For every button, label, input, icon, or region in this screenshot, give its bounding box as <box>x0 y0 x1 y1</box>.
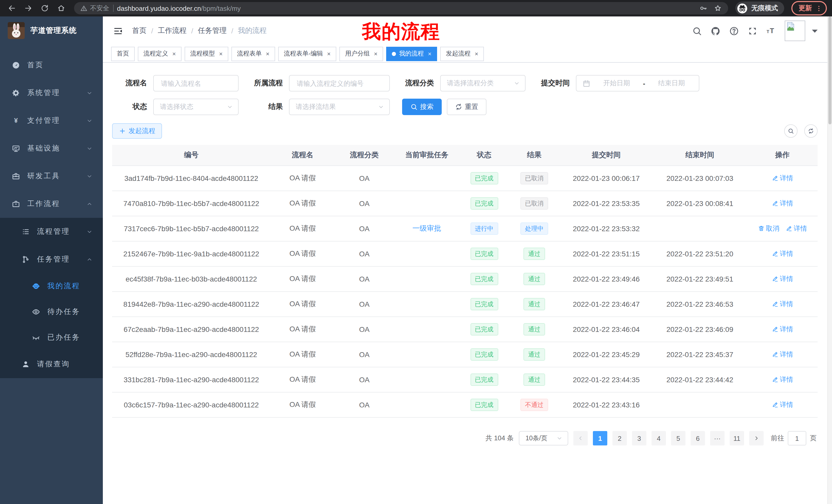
page-number-button[interactable]: 3 <box>632 431 646 445</box>
detail-action-link[interactable]: 详情 <box>772 274 793 284</box>
sidebar-item[interactable]: 请假查询 <box>0 351 103 378</box>
current-task-link[interactable]: 一级审批 <box>412 224 441 232</box>
detail-action-link[interactable]: 详情 <box>772 400 793 410</box>
detail-action-link[interactable]: 详情 <box>772 174 793 183</box>
tab-close-icon[interactable]: × <box>374 50 378 57</box>
process-name-input[interactable] <box>160 79 232 88</box>
top-navbar: 首页 / 工作流程 / 任务管理 / 我的流程 我的流程 TT <box>103 17 828 45</box>
avatar-caret-icon[interactable] <box>810 26 820 36</box>
sidebar-collapse-icon[interactable] <box>111 26 125 36</box>
detail-action-link[interactable]: 详情 <box>772 300 793 309</box>
page-size-select[interactable]: 10条/页 <box>519 431 568 445</box>
page-number-button[interactable]: 2 <box>613 431 627 445</box>
search-icon[interactable] <box>692 26 702 36</box>
forward-icon[interactable] <box>22 4 35 12</box>
sidebar-item[interactable]: 研发工具 <box>0 162 103 190</box>
reset-button[interactable]: 重置 <box>447 99 487 115</box>
home-icon[interactable] <box>54 4 68 12</box>
next-page-button[interactable] <box>749 431 763 445</box>
detail-action-link[interactable]: 详情 <box>772 199 793 208</box>
page-number-button[interactable]: 5 <box>671 431 685 445</box>
user-avatar[interactable] <box>785 21 820 41</box>
tab-close-icon[interactable]: × <box>266 50 269 57</box>
page-ellipsis-button[interactable]: ··· <box>710 431 725 445</box>
star-icon[interactable] <box>714 4 722 12</box>
goto-label: 前往 <box>771 433 784 443</box>
search-button[interactable]: 搜索 <box>402 99 442 115</box>
process-name-input-wrap <box>153 75 239 91</box>
back-icon[interactable] <box>5 4 19 12</box>
page-scrollbar[interactable] <box>827 17 832 504</box>
tab[interactable]: 流程模型 × <box>185 47 228 61</box>
sidebar-item[interactable]: 我的流程 <box>0 273 103 299</box>
sidebar-item[interactable]: 任务管理 <box>0 246 103 273</box>
result-select[interactable]: 请选择流结果 <box>289 99 390 115</box>
sidebar-item[interactable]: 系统管理 <box>0 79 103 107</box>
show-search-toggle-button[interactable] <box>784 124 798 138</box>
help-icon[interactable] <box>729 26 739 36</box>
status-select[interactable]: 请选择状态 <box>153 99 239 115</box>
breadcrumb-workflow[interactable]: 工作流程 <box>158 26 187 35</box>
address-bar[interactable]: 不安全 dashboard.yudao.iocoder.cn/bpm/task/… <box>74 2 728 15</box>
incognito-icon <box>737 3 748 13</box>
end-date-placeholder[interactable]: 结束日期 <box>650 79 693 88</box>
result-badge: 通过 <box>523 348 545 361</box>
table-row: ec45f38f-7b9a-11ec-b03b-acde48001122 OA … <box>112 267 817 291</box>
prev-page-button[interactable] <box>573 431 588 445</box>
github-icon[interactable] <box>711 26 721 36</box>
edit-icon <box>772 175 778 181</box>
menu-dots-icon[interactable] <box>815 4 823 12</box>
sidebar-item[interactable]: 基础设施 <box>0 135 103 162</box>
page-number-button[interactable]: 11 <box>730 431 744 445</box>
page-number-button[interactable]: 6 <box>691 431 705 445</box>
create-process-button[interactable]: 发起流程 <box>112 123 162 139</box>
table-row: 2152467e-7b9b-11ec-9a1b-acde48001122 OA … <box>112 241 817 267</box>
avatar-broken-image[interactable] <box>785 21 805 41</box>
start-date-placeholder[interactable]: 开始日期 <box>595 79 638 88</box>
detail-action-link[interactable]: 详情 <box>772 249 793 258</box>
key-icon[interactable] <box>699 4 707 12</box>
detail-action-link[interactable]: 详情 <box>772 325 793 334</box>
date-range-picker[interactable]: 开始日期 - 结束日期 <box>576 75 699 91</box>
tab-close-icon[interactable]: × <box>475 50 478 57</box>
sidebar-item[interactable]: 工作流程 <box>0 190 103 218</box>
sidebar-item[interactable]: 已办任务 <box>0 325 103 351</box>
cancel-action-link[interactable]: 取消 <box>758 224 779 233</box>
sidebar-item[interactable]: 首页 <box>0 51 103 79</box>
tab[interactable]: 用户分组 × <box>339 47 383 61</box>
detail-action-link[interactable]: 详情 <box>785 224 807 233</box>
scrollbar-thumb[interactable] <box>828 17 831 124</box>
sidebar-item[interactable]: 待办任务 <box>0 299 103 325</box>
font-size-icon[interactable]: TT <box>766 26 776 36</box>
security-indicator[interactable]: 不安全 <box>80 4 109 12</box>
tab-close-icon[interactable]: × <box>428 50 432 57</box>
page-number-button[interactable]: 4 <box>651 431 666 445</box>
update-button[interactable]: 更新 <box>791 1 827 16</box>
process-key-input[interactable] <box>296 79 383 88</box>
detail-action-link[interactable]: 详情 <box>772 350 793 359</box>
category-select[interactable]: 请选择流程分类 <box>440 75 525 91</box>
tab[interactable]: 首页 <box>111 47 135 61</box>
fullscreen-icon[interactable] <box>748 26 757 36</box>
reload-icon[interactable] <box>38 4 51 12</box>
detail-action-link[interactable]: 详情 <box>772 375 793 384</box>
tab[interactable]: 流程定义 × <box>138 47 182 61</box>
category-placeholder: 请选择流程分类 <box>447 79 494 88</box>
page-number-button[interactable]: 1 <box>593 431 607 445</box>
filter-row-1: 流程名 所属流程 流程分类 请选择流程分类 提交时间 开始日期 - <box>112 75 817 91</box>
col-submit-time: 提交时间 <box>560 145 653 166</box>
sidebar-item[interactable]: 流程管理 <box>0 218 103 246</box>
tab-close-icon[interactable]: × <box>327 50 331 57</box>
tab-close-icon[interactable]: × <box>219 50 223 57</box>
breadcrumb-task[interactable]: 任务管理 <box>198 26 227 35</box>
tab[interactable]: 我的流程 × <box>386 47 437 61</box>
tab[interactable]: 发起流程 × <box>440 47 484 61</box>
breadcrumb-separator: / <box>231 27 233 35</box>
tab-close-icon[interactable]: × <box>172 50 176 57</box>
goto-page-input[interactable] <box>788 431 806 445</box>
breadcrumb-home[interactable]: 首页 <box>132 26 147 35</box>
refresh-table-button[interactable] <box>804 124 817 138</box>
tab[interactable]: 流程表单 × <box>231 47 275 61</box>
sidebar-item[interactable]: ¥ 支付管理 <box>0 107 103 135</box>
tab[interactable]: 流程表单-编辑 × <box>278 47 336 61</box>
